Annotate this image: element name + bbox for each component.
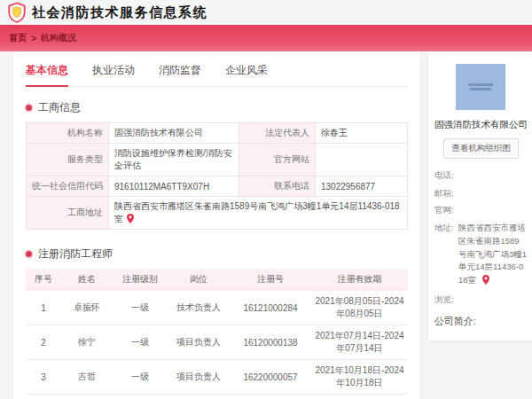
sidebar-contact-info: 电话: 邮箱: 官网: 地址: 陕西省西安市雁塔区朱雀南路1589号南飞鸿广场3… <box>434 169 528 306</box>
tab-basic-info[interactable]: 基本信息 <box>26 63 68 87</box>
table-row: 3 吉哲 一级 项目负责人 16220000057 2021年10月18日-20… <box>26 360 408 395</box>
col-header: 注册号 <box>230 269 311 291</box>
cell: 一级 <box>113 291 168 325</box>
sidebar-address-value: 陕西省西安市雁塔区朱雀南路1589号南飞鸿广场3幢1单元14层11436-018… <box>458 222 528 289</box>
content-area: 基本信息 执业活动 消防监督 企业风采 工商信息 机构名称 固强消防技术有限公司… <box>0 51 532 399</box>
sidebar-website-label: 官网: <box>434 204 458 217</box>
cell: 1 <box>26 291 61 325</box>
tab-fire-supervision[interactable]: 消防监督 <box>159 63 201 86</box>
section-business-title: 工商信息 <box>38 100 81 115</box>
cell: 一级 <box>113 395 168 399</box>
tab-practice-activity[interactable]: 执业活动 <box>92 63 135 86</box>
breadcrumb-home[interactable]: 首页 <box>9 32 27 44</box>
cell: 16120000138 <box>230 325 311 360</box>
table-row: 1 卓振怀 一级 技术负责人 16121000284 2021年08月05日-2… <box>26 291 408 325</box>
sidebar-address-label: 地址: <box>434 222 458 289</box>
cell: 2021年08月05日-2024年08月05日 <box>311 291 408 325</box>
cell: 项目负责人 <box>168 325 230 360</box>
cell: 项目负责人 <box>168 395 230 399</box>
cell: 16220000057 <box>230 360 311 395</box>
sidebar-phone-label: 电话: <box>434 169 458 183</box>
table-row: 统一社会信用代码 91610112MA6TT9X07H 联系电话 1302295… <box>27 176 408 197</box>
section-dot-icon <box>26 105 32 111</box>
sidebar-email-label: 邮箱: <box>434 187 458 200</box>
company-sidebar: 固强消防技术有限公司 查看机构组织图 电话: 邮箱: 官网: 地址: 陕西省西安… <box>428 51 532 340</box>
cell: 4 <box>26 395 61 399</box>
sidebar-email-value <box>458 187 528 200</box>
org-name-value: 固强消防技术有限公司 <box>109 123 239 144</box>
table-header-row: 序号 姓名 注册级别 岗位 注册号 注册有效期 <box>26 269 408 291</box>
business-info-table: 机构名称 固强消防技术有限公司 法定代表人 徐春王 服务类型 消防设施维护保养检… <box>26 122 408 230</box>
cell: 技术负责人 <box>168 291 230 325</box>
section-dot-icon <box>26 251 32 257</box>
service-type-label: 服务类型 <box>27 144 109 176</box>
credit-code-label: 统一社会信用代码 <box>27 176 109 197</box>
breadcrumb: 首页 > 机构概况 <box>9 32 76 44</box>
phone-value: 13022956877 <box>315 176 407 197</box>
location-pin-icon[interactable] <box>482 275 489 289</box>
address-label: 工商地址 <box>27 197 109 230</box>
sidebar-phone-row: 电话: <box>434 169 528 183</box>
location-pin-icon[interactable] <box>127 214 134 225</box>
section-engineers-title: 注册消防工程师 <box>38 246 113 262</box>
cell: 吉哲 <box>61 360 113 395</box>
table-row: 机构名称 固强消防技术有限公司 法定代表人 徐春王 <box>27 123 408 144</box>
sidebar-email-row: 邮箱: <box>434 187 528 200</box>
col-header: 岗位 <box>168 269 230 291</box>
sidebar-views-row: 浏览: <box>434 293 528 307</box>
cell: 2021年10月18日-2024年10月18日 <box>311 360 408 395</box>
website-label: 官方网站 <box>239 144 315 176</box>
cell: 2022年04月24日-2025年04月24日 <box>311 395 408 399</box>
legal-rep-value: 徐春王 <box>315 123 407 144</box>
sidebar-website-row: 官网: <box>434 204 528 217</box>
site-title: 社会消防技术服务信息系统 <box>32 4 207 21</box>
table-row: 服务类型 消防设施维护保养检测/消防安全评估 官方网站 <box>27 144 408 176</box>
table-row: 4 高敬红 一级 项目负责人 13720000601 2022年04月24日-2… <box>26 395 408 399</box>
shield-logo-icon <box>7 2 27 23</box>
legal-rep-label: 法定代表人 <box>239 123 315 144</box>
view-org-chart-button[interactable]: 查看机构组织图 <box>443 138 519 159</box>
cell: 项目负责人 <box>168 360 230 395</box>
cell: 一级 <box>113 360 168 395</box>
tab-bar: 基本信息 执业活动 消防监督 企业风采 <box>26 51 408 87</box>
website-value <box>315 144 407 176</box>
cell: 2021年07月14日-2024年07月14日 <box>311 325 408 360</box>
address-value: 陕西省西安市雁塔区朱雀南路1589号南飞鸿广场3幢1单元14层11436-018… <box>109 197 408 230</box>
cell: 13720000601 <box>230 395 311 399</box>
org-name-label: 机构名称 <box>27 123 109 144</box>
phone-label: 联系电话 <box>239 176 315 197</box>
section-business-info: 工商信息 <box>26 100 408 115</box>
app-header: 社会消防技术服务信息系统 <box>0 0 532 25</box>
sidebar-views-label: 浏览: <box>434 293 458 307</box>
banner: 首页 > 机构概况 <box>0 25 532 51</box>
service-type-value: 消防设施维护保养检测/消防安全评估 <box>109 144 239 176</box>
col-header: 注册级别 <box>113 269 168 291</box>
table-row: 2 徐宁 一级 项目负责人 16120000138 2021年07月14日-20… <box>26 325 408 360</box>
section-engineers: 注册消防工程师 <box>26 246 408 262</box>
col-header: 姓名 <box>61 269 113 291</box>
sidebar-phone-value <box>458 169 528 183</box>
cell: 徐宁 <box>61 325 113 360</box>
sidebar-company-name: 固强消防技术有限公司 <box>434 119 528 131</box>
company-logo-placeholder <box>456 64 505 110</box>
cell: 高敬红 <box>61 395 113 399</box>
engineers-table: 序号 姓名 注册级别 岗位 注册号 注册有效期 1 卓振怀 一级 技术负责人 1… <box>26 269 408 399</box>
credit-code-value: 91610112MA6TT9X07H <box>109 176 239 197</box>
sidebar-website-value <box>458 204 528 217</box>
cell: 3 <box>26 360 61 395</box>
col-header: 注册有效期 <box>311 269 408 291</box>
address-text: 陕西省西安市雁塔区朱雀南路1589号南飞鸿广场3幢1单元14层11436-018… <box>114 201 400 223</box>
table-row: 工商地址 陕西省西安市雁塔区朱雀南路1589号南飞鸿广场3幢1单元14层1143… <box>27 197 408 230</box>
tab-company-showcase[interactable]: 企业风采 <box>225 63 268 86</box>
cell: 卓振怀 <box>61 291 113 325</box>
col-header: 序号 <box>26 269 61 291</box>
sidebar-views-value <box>458 293 528 307</box>
cell: 16121000284 <box>230 291 311 325</box>
sidebar-address-row: 地址: 陕西省西安市雁塔区朱雀南路1589号南飞鸿广场3幢1单元14层11436… <box>434 222 528 289</box>
cell: 一级 <box>113 325 168 360</box>
sidebar-address-text: 陕西省西安市雁塔区朱雀南路1589号南飞鸿广场3幢1单元14层11436-018… <box>458 223 527 285</box>
sidebar-profile-label: 公司简介: <box>434 315 528 328</box>
cell: 2 <box>26 325 61 360</box>
breadcrumb-separator: > <box>31 34 36 43</box>
main-card: 基本信息 执业活动 消防监督 企业风采 工商信息 机构名称 固强消防技术有限公司… <box>13 51 420 399</box>
